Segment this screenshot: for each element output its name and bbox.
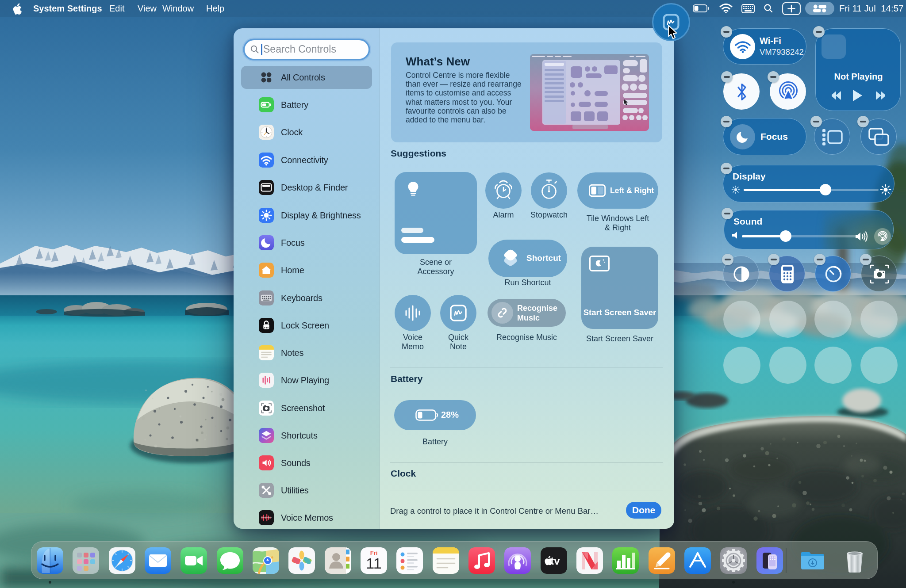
svg-text:tv: tv (550, 555, 560, 567)
svg-text:11: 11 (366, 555, 381, 572)
